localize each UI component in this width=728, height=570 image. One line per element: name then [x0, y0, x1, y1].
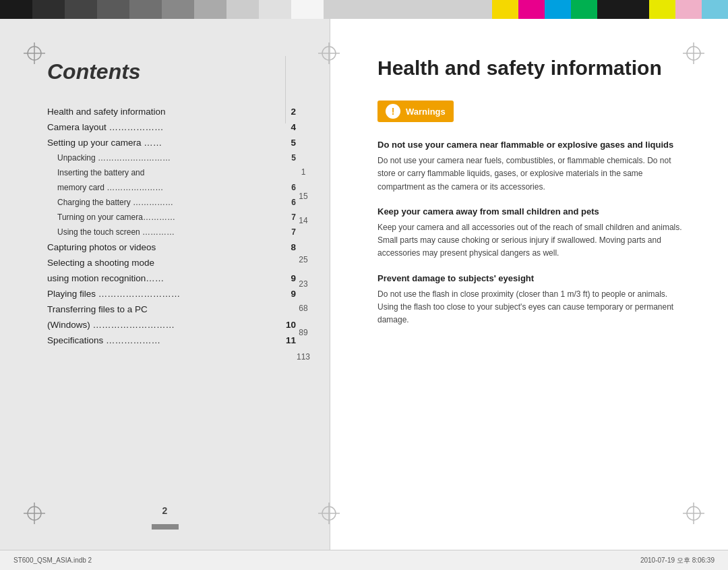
toc-item-page: 9: [291, 289, 296, 299]
footer-right: 2010-07-19 오후 8:06:39: [640, 556, 715, 565]
color-swatch: [194, 0, 226, 19]
toc-item-page: 2: [291, 107, 296, 117]
safety-section-body: Do not use the flash in close proximity …: [377, 288, 688, 327]
page-number-bar: [152, 524, 179, 530]
toc-dots: [163, 183, 291, 192]
color-swatch: [259, 0, 291, 19]
crosshair-top-right-icon: [683, 42, 704, 64]
toc-item-page: 7: [291, 227, 296, 237]
color-swatch: [0, 0, 32, 19]
toc-item-page: 11: [286, 335, 296, 345]
side-num: 25: [296, 255, 311, 264]
footer: ST600_QSM_ASIA.indb 2 2010-07-19 오후 8:06…: [0, 550, 728, 570]
toc-dots: [175, 227, 291, 237]
side-num: 14: [296, 216, 311, 225]
color-swatch: [571, 0, 597, 19]
toc-section: Health and safety information 2 Camera l…: [47, 105, 296, 349]
toc-item-page: 4: [291, 122, 296, 132]
toc-item-page: 10: [286, 320, 296, 330]
side-num: 15: [296, 192, 311, 201]
toc-item-playing: Playing files ……………………… 9: [47, 287, 296, 302]
health-safety-title: Health and safety information: [377, 56, 688, 80]
toc-item-windows: (Windows) ……………………… 10: [47, 318, 296, 333]
safety-section-title: Keep your camera away from small childre…: [377, 206, 688, 218]
toc-item-title: Playing files ………………………: [47, 289, 180, 299]
crosshair-bottom-left-icon: [24, 503, 45, 524]
toc-item-unpacking: Unpacking ……………………… 5: [47, 151, 296, 166]
footer-left: ST600_QSM_ASIA.indb 2: [13, 557, 92, 564]
toc-item-title: (Windows) ………………………: [47, 320, 175, 330]
toc-dots: [175, 320, 286, 330]
toc-dots: [156, 243, 291, 252]
toc-item-title: Turning on your camera…………: [57, 212, 175, 222]
color-swatch: [129, 0, 162, 19]
toc-item-selecting-mode: Selecting a shooting mode: [47, 256, 296, 271]
safety-section-1: Do not use your camera near flammable or…: [377, 139, 688, 194]
color-swatch: [545, 0, 571, 19]
color-swatch: [65, 0, 97, 19]
warning-icon: !: [386, 104, 400, 119]
crosshair-bottom-right-icon: [683, 503, 704, 524]
toc-item-setting-up: Setting up your camera …… 5: [47, 136, 296, 151]
safety-section-2: Keep your camera away from small childre…: [377, 206, 688, 260]
color-swatch: [226, 0, 259, 19]
safety-section-3: Prevent damage to subjects' eyesight Do …: [377, 273, 688, 327]
toc-item-page: 8: [291, 242, 296, 252]
toc-item-title: Selecting a shooting mode: [47, 258, 154, 268]
toc-dots: [173, 198, 291, 207]
color-swatch: [32, 0, 65, 19]
toc-dots: [175, 212, 291, 222]
toc-item-page: 6: [291, 198, 296, 207]
color-swatch: [649, 0, 675, 19]
safety-section-body: Keep your camera and all accessories out…: [377, 221, 688, 260]
crosshair-top-left-icon: [24, 42, 45, 64]
toc-item-page: 5: [291, 138, 296, 148]
warnings-badge: ! Warnings: [377, 101, 454, 122]
toc-dots: [160, 336, 286, 345]
toc-item-title: Camera layout ………………: [47, 122, 164, 132]
safety-section-body: Do not use your camera near fuels, combu…: [377, 154, 688, 194]
crosshair-center-bottom-icon: [318, 503, 340, 524]
toc-item-transferring: Transferring files to a PC: [47, 302, 296, 318]
toc-item-title: memory card …………………: [57, 183, 163, 192]
side-numbers: 1 15 14 25 23 68 89 113: [296, 19, 311, 550]
color-swatch: [97, 0, 129, 19]
toc-item-charging: Charging the battery …………… 6: [47, 196, 296, 210]
toc-item-page: 6: [291, 183, 296, 192]
toc-item-title: Capturing photos or videos: [47, 242, 156, 252]
cd-icon: [204, 56, 286, 123]
side-num: 89: [296, 328, 311, 337]
toc-item-title: Using the touch screen …………: [57, 227, 175, 237]
safety-section-title: Prevent damage to subjects' eyesight: [377, 273, 688, 285]
toc-dots: [180, 289, 291, 299]
toc-item-title: Transferring files to a PC: [47, 304, 148, 314]
side-num: 23: [296, 279, 311, 289]
toc-dots: [144, 168, 296, 177]
color-swatch: [492, 0, 518, 19]
toc-dots: [162, 138, 291, 148]
toc-dots: [164, 123, 291, 132]
toc-item-title: Health and safety information: [47, 107, 166, 117]
toc-item-capturing: Capturing photos or videos 8: [47, 240, 296, 256]
toc-item-motion-recognition: using motion recognition…… 9: [47, 271, 296, 287]
toc-dots: [171, 153, 291, 163]
left-page: Contents Health and safety information 2…: [0, 19, 330, 550]
side-num: 68: [296, 304, 311, 313]
toc-dots: [148, 305, 296, 314]
toc-item-page: 9: [291, 273, 296, 283]
color-swatch: [675, 0, 702, 19]
toc-item-page: 5: [291, 153, 296, 163]
color-swatch: [623, 0, 649, 19]
toc-item-title: Inserting the battery and: [57, 168, 144, 177]
color-swatch: [162, 0, 194, 19]
crosshair-center-top-icon: [318, 42, 340, 64]
color-bars-top: [0, 0, 728, 19]
side-num: 1: [296, 167, 311, 177]
color-swatch: [291, 0, 324, 19]
toc-item-touch-screen: Using the touch screen ………… 7: [47, 225, 296, 240]
right-color-bars: [492, 0, 728, 19]
safety-section-title: Do not use your camera near flammable or…: [377, 139, 688, 151]
color-swatch: [597, 0, 624, 19]
toc-item-inserting-battery: Inserting the battery and: [47, 166, 296, 181]
color-swatch: [518, 0, 545, 19]
